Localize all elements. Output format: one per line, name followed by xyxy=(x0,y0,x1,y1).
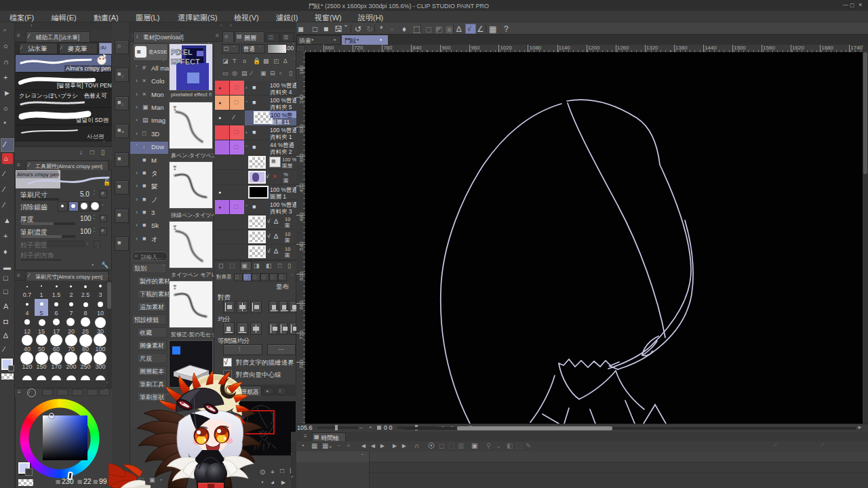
svg-text:EFFECT: EFFECT xyxy=(171,58,200,66)
svg-text:❣: ❣ xyxy=(172,284,178,291)
svg-text:❣: ❣ xyxy=(172,224,178,231)
svg-text:❣: ❣ xyxy=(172,165,178,171)
svg-text:PIXEL: PIXEL xyxy=(171,48,193,56)
svg-text:❣: ❣ xyxy=(172,105,178,112)
